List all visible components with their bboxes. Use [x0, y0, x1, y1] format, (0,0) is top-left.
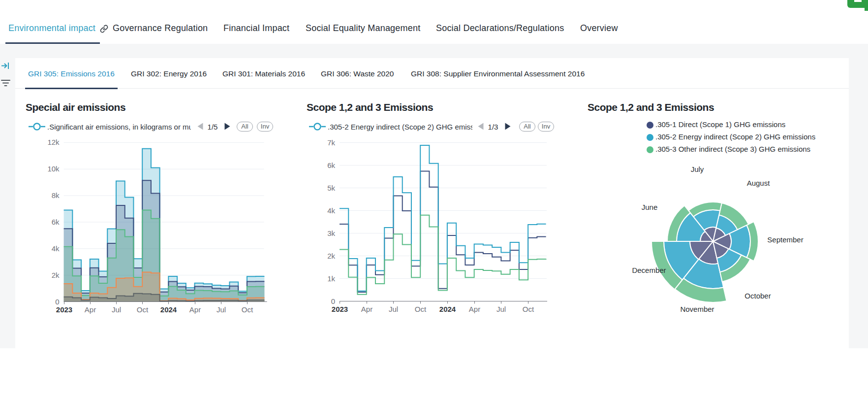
- svg-text:5k: 5k: [327, 184, 335, 192]
- svg-text:2k: 2k: [327, 252, 335, 260]
- svg-text:Apr: Apr: [361, 305, 372, 313]
- svg-text:8k: 8k: [52, 191, 60, 199]
- svg-text:1k: 1k: [327, 274, 335, 283]
- svg-text:2023: 2023: [332, 305, 348, 313]
- svg-text:6k: 6k: [327, 161, 335, 169]
- svg-text:7k: 7k: [327, 138, 335, 147]
- svg-text:2k: 2k: [52, 271, 60, 279]
- svg-text:Jul: Jul: [496, 305, 506, 313]
- svg-text:Oct: Oct: [137, 305, 149, 314]
- svg-text:Jul: Jul: [112, 305, 121, 314]
- svg-text:12k: 12k: [47, 138, 60, 146]
- svg-text:Jul: Jul: [389, 305, 398, 313]
- svg-text:0: 0: [331, 297, 335, 305]
- svg-text:0: 0: [55, 298, 59, 306]
- svg-text:3k: 3k: [327, 229, 335, 237]
- svg-text:Apr: Apr: [85, 305, 96, 314]
- svg-text:Oct: Oct: [523, 305, 534, 313]
- svg-text:Oct: Oct: [242, 305, 253, 314]
- svg-text:10k: 10k: [47, 165, 60, 173]
- svg-text:2023: 2023: [56, 305, 72, 314]
- svg-text:Apr: Apr: [469, 305, 480, 313]
- svg-text:Oct: Oct: [415, 305, 427, 313]
- svg-text:4k: 4k: [52, 244, 60, 253]
- svg-text:2024: 2024: [439, 305, 456, 313]
- svg-text:Apr: Apr: [189, 305, 201, 314]
- svg-text:4k: 4k: [327, 206, 335, 215]
- svg-text:Jul: Jul: [217, 305, 226, 314]
- svg-text:2024: 2024: [160, 305, 177, 314]
- svg-text:6k: 6k: [52, 218, 60, 226]
